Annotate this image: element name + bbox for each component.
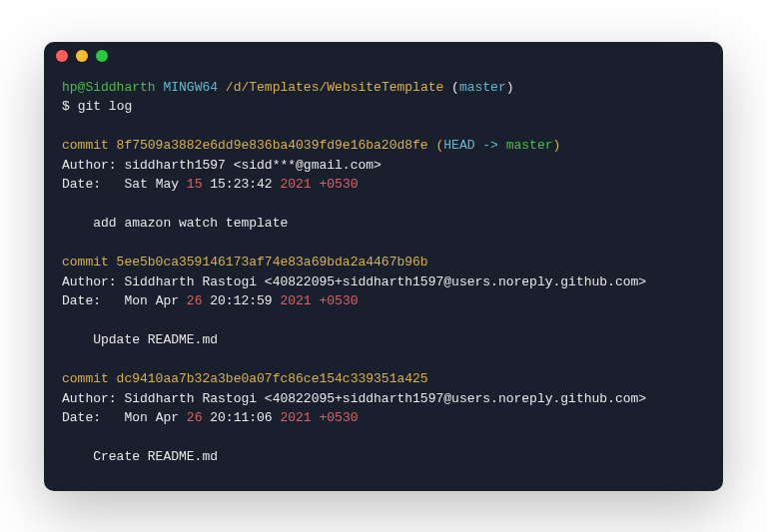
close-icon[interactable]	[56, 50, 68, 62]
refs-close: )	[553, 138, 561, 153]
refs-branch: master	[506, 138, 553, 153]
commit-hash-line: commit dc9410aa7b32a3be0a07fc86ce154c339…	[62, 369, 705, 389]
date-dom: 26	[187, 293, 203, 308]
prompt-env: MINGW64	[163, 80, 218, 95]
commit-hash: 8f7509a3882e6dd9e836ba4039fd9e16ba20d8fe	[117, 138, 428, 153]
author-label: Author:	[62, 158, 124, 173]
blank-line	[62, 234, 705, 254]
refs-open: (	[428, 138, 444, 153]
date-year: 2021	[280, 410, 311, 425]
date-time: 20:12:59	[202, 293, 280, 308]
commit-author-line: Author: Siddharth Rastogi <40822095+sidd…	[62, 389, 705, 409]
date-year: 2021	[280, 293, 311, 308]
prompt-user-host: hp@Siddharth	[62, 80, 156, 95]
command-text: git log	[78, 99, 133, 114]
blank-line	[62, 428, 705, 448]
date-prefix: Date:	[62, 177, 124, 192]
commit-hash-line: commit 8f7509a3882e6dd9e836ba4039fd9e16b…	[62, 136, 705, 156]
blank-line	[62, 311, 705, 331]
commit-message: add amazon watch template	[62, 214, 705, 234]
prompt-branch: master	[459, 80, 506, 95]
author-label: Author:	[62, 274, 124, 289]
commit-label: commit	[62, 371, 117, 386]
blank-line	[62, 117, 705, 137]
author-label: Author:	[62, 391, 124, 406]
date-tz: +0530	[312, 293, 359, 308]
date-day: Mon Apr	[124, 293, 186, 308]
commit-date-line: Date: Mon Apr 26 20:12:59 2021 +0530	[62, 291, 705, 311]
prompt-line: hp@Siddharth MINGW64 /d/Templates/Websit…	[62, 78, 705, 98]
maximize-icon[interactable]	[96, 50, 108, 62]
command-line: $ git log	[62, 97, 705, 117]
date-tz: +0530	[312, 177, 359, 192]
commit-hash-line: commit 5ee5b0ca359146173af74e83a69bda2a4…	[62, 253, 705, 272]
commit-date-line: Date: Mon Apr 26 20:11:06 2021 +0530	[62, 408, 705, 428]
date-dom: 26	[187, 410, 203, 425]
commit-label: commit	[62, 138, 117, 153]
date-prefix: Date:	[62, 410, 124, 425]
commit-hash: dc9410aa7b32a3be0a07fc86ce154c339351a425	[117, 371, 428, 386]
author-value: Siddharth Rastogi <40822095+siddharth159…	[124, 391, 646, 406]
commit-message: Update README.md	[62, 330, 705, 350]
blank-line	[62, 350, 705, 370]
date-prefix: Date:	[62, 293, 124, 308]
prompt-symbol: $	[62, 99, 70, 114]
commit-date-line: Date: Sat May 15 15:23:42 2021 +0530	[62, 175, 705, 195]
author-value: siddharth1597 <sidd***@gmail.com>	[124, 158, 381, 173]
date-year: 2021	[280, 177, 311, 192]
author-value: Siddharth Rastogi <40822095+siddharth159…	[124, 274, 646, 289]
date-dom: 15	[187, 177, 203, 192]
commit-author-line: Author: siddharth1597 <sidd***@gmail.com…	[62, 156, 705, 176]
commit-label: commit	[62, 255, 117, 269]
terminal-content[interactable]: hp@Siddharth MINGW64 /d/Templates/Websit…	[44, 70, 723, 491]
minimize-icon[interactable]	[76, 50, 88, 62]
prompt-path: /d/Templates/WebsiteTemplate	[226, 80, 443, 95]
blank-line	[62, 195, 705, 215]
commit-hash: 5ee5b0ca359146173af74e83a69bda2a4467b96b	[117, 255, 428, 269]
date-time: 15:23:42	[202, 177, 280, 192]
terminal-window: hp@Siddharth MINGW64 /d/Templates/Websit…	[44, 42, 723, 491]
refs-head: HEAD ->	[443, 138, 505, 153]
date-tz: +0530	[312, 410, 359, 425]
commit-author-line: Author: Siddharth Rastogi <40822095+sidd…	[62, 272, 705, 292]
date-day: Mon Apr	[124, 410, 186, 425]
date-time: 20:11:06	[202, 410, 280, 425]
commit-message: Create README.md	[62, 447, 705, 467]
date-day: Sat May	[124, 177, 186, 192]
window-titlebar	[44, 42, 723, 70]
